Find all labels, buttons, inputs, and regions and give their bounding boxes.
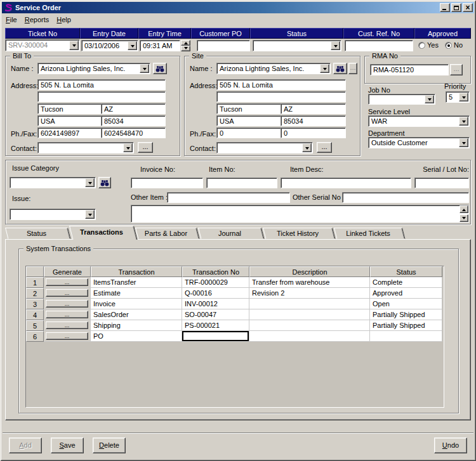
site-state-field[interactable]: AZ [281,103,346,114]
site-country-field[interactable]: USA [216,115,281,126]
delete-button[interactable]: Delete [93,438,126,453]
priority-combo[interactable]: 5 [446,91,470,103]
bill-to-fax-field[interactable]: 6024548470 [101,127,166,138]
bill-to-contact-combo[interactable] [37,142,134,153]
transaction-no-cell[interactable]: TRF-0000029 [182,277,249,288]
item-no-field[interactable] [206,178,277,188]
site-address1-field[interactable]: 505 N. La Lomita [216,79,346,90]
approved-no-radio[interactable] [445,42,452,49]
bill-to-address1-field[interactable]: 505 N. La Lomita [37,79,166,90]
bill-to-city-field[interactable]: Tucson [37,103,102,114]
rma-browse-button[interactable]: ... [450,64,463,75]
tab-journal[interactable]: Journal [198,228,261,239]
other-serial-field[interactable] [342,192,469,203]
transaction-cell[interactable]: ItemsTransfer [91,277,182,288]
generate-button[interactable]: ... [46,278,88,286]
transaction-cell[interactable]: Invoice [91,299,182,309]
tab-status[interactable]: Status [5,228,68,239]
time-spin-down-button[interactable] [181,46,190,51]
notes-scroll-up-button[interactable] [459,205,468,213]
bill-to-name-dropdown[interactable] [140,64,149,73]
close-button[interactable]: × [463,3,473,12]
notes-scroll-down-button[interactable] [459,214,468,222]
tab-linked-tickets[interactable]: Linked Tickets [334,228,402,239]
invoice-no-field[interactable] [131,178,203,188]
transaction-no-cell[interactable]: INV-00012 [182,299,249,309]
bill-to-country-field[interactable]: USA [37,115,102,126]
rma-no-field[interactable]: RMA-051120 [370,64,449,75]
bill-to-phone-field[interactable]: 6024149897 [37,127,102,138]
status-cell[interactable] [370,331,442,342]
description-cell[interactable] [249,331,370,342]
time-spin-up-button[interactable] [181,40,190,46]
site-contact-browse-button[interactable]: ... [317,142,332,153]
approved-yes-radio[interactable] [418,42,425,49]
site-browse-button[interactable]: ... [348,63,357,74]
ticket-no-combo[interactable]: SRV-300004 [5,39,80,51]
row-number-cell[interactable]: 4 [26,309,44,320]
site-contact-combo[interactable] [216,142,313,153]
menu-help[interactable]: Help [53,15,75,25]
menu-reports[interactable]: Reports [21,15,53,25]
save-button[interactable]: Save [51,438,84,453]
site-search-button[interactable] [333,63,347,74]
issue-notes-field[interactable] [131,205,469,223]
status-cell[interactable]: Approved [370,288,442,299]
row-number-cell[interactable]: 6 [26,331,44,342]
row-number-cell[interactable]: 2 [26,288,44,299]
bill-to-name-combo[interactable]: Arizona Lighting Sales, Inc. [37,63,150,74]
transaction-no-cell[interactable]: PS-000021 [182,320,249,331]
job-no-combo[interactable] [368,94,435,105]
generate-button[interactable]: ... [46,321,88,329]
description-cell[interactable]: Revision 2 [249,288,370,299]
bill-to-state-field[interactable]: AZ [101,103,166,114]
status-cell[interactable]: Partially Shipped [370,320,442,331]
generate-button[interactable]: ... [46,311,88,318]
row-number-cell[interactable]: 1 [26,277,44,288]
transaction-cell[interactable]: SalesOrder [91,309,182,320]
bill-to-address2-field[interactable] [37,91,166,102]
site-phone-field[interactable]: 0 [216,127,281,138]
issue-dropdown[interactable] [85,210,95,219]
status-combo[interactable] [253,40,341,51]
minimize-button[interactable] [440,3,450,12]
maximize-button[interactable] [451,3,461,12]
job-no-dropdown[interactable] [425,95,434,103]
status-cell[interactable]: Partially Shipped [370,309,442,320]
row-number-cell[interactable]: 3 [26,299,44,309]
issue-category-combo[interactable] [10,177,96,188]
status-dropdown-button[interactable] [331,41,340,50]
generate-button[interactable]: ... [46,332,88,340]
tab-transactions[interactable]: Transactions [69,226,134,240]
department-combo[interactable]: Outside Customer [368,137,470,148]
transaction-no-cell[interactable]: Q-00016 [182,288,249,299]
site-zip-field[interactable]: 85034 [281,115,346,126]
site-name-dropdown[interactable] [320,64,329,73]
serial-lot-field[interactable] [414,178,469,188]
generate-button[interactable]: ... [46,289,88,297]
other-item-field[interactable] [167,192,290,203]
date-dropdown-button[interactable] [128,41,137,50]
bill-to-search-button[interactable] [153,63,167,74]
bill-to-contact-browse-button[interactable]: ... [138,142,153,153]
site-city-field[interactable]: Tucson [216,103,281,114]
transaction-cell[interactable]: Estimate [91,288,182,299]
service-level-dropdown[interactable] [459,117,468,126]
tab-parts-labor[interactable]: Parts & Labor [135,228,197,239]
bill-to-contact-dropdown[interactable] [123,143,133,152]
entry-time-field[interactable]: 09:31 AM [140,40,180,51]
site-name-combo[interactable]: Arizona Lighting Sales, Inc. [216,63,331,74]
priority-dropdown[interactable] [459,93,468,101]
issue-category-dropdown[interactable] [85,178,95,187]
item-desc-field[interactable] [281,178,411,188]
customer-po-field[interactable] [197,40,250,51]
row-number-cell[interactable]: 5 [26,320,44,331]
site-fax-field[interactable]: 0 [281,127,346,138]
issue-combo[interactable] [10,209,96,220]
description-cell[interactable] [249,299,370,309]
department-dropdown[interactable] [459,138,468,147]
status-cell[interactable]: Open [370,299,442,309]
site-address2-field[interactable] [216,91,346,102]
generate-button[interactable]: ... [46,300,88,308]
status-cell[interactable]: Complete [370,277,442,288]
